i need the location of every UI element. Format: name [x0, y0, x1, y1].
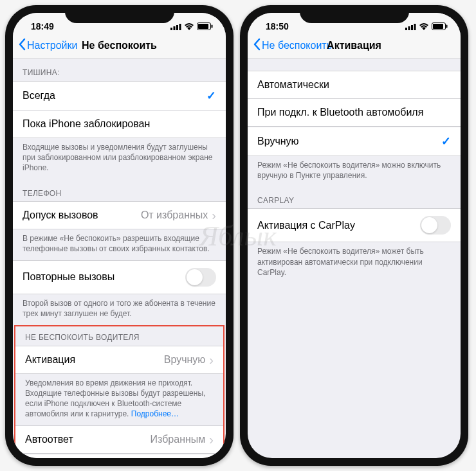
repeated-calls[interactable]: Повторные вызовы	[13, 260, 226, 294]
cell-value: Вручную	[164, 354, 206, 366]
cell-value: От избранных	[141, 209, 208, 221]
cell-label: Автоответ	[25, 434, 151, 445]
svg-rect-9	[411, 25, 413, 30]
section-footer: Входящие вызовы и уведомления будут загл…	[13, 138, 226, 180]
phone-right: 18:50 Не беспокоить Активация Автоматиче…	[240, 5, 468, 466]
carplay-activation[interactable]: Активация с CarPlay	[248, 208, 461, 242]
settings-content: ТИШИНА: Всегда ✓ Пока iPhone заблокирова…	[13, 59, 226, 458]
cell-label: Пока iPhone заблокирован	[23, 118, 216, 130]
more-link[interactable]: Подробнее…	[131, 409, 179, 418]
section-footer: Режим «Не беспокоить водителя» может быт…	[248, 242, 461, 284]
svg-rect-6	[212, 25, 213, 28]
chevron-left-icon	[18, 38, 26, 53]
cell-label: Допуск вызовов	[23, 209, 141, 221]
notch	[65, 5, 174, 23]
back-label: Настройки	[27, 40, 77, 51]
cell-label: Всегда	[23, 90, 206, 102]
cell-label: Активация	[25, 354, 164, 366]
carplay-switch[interactable]	[420, 216, 451, 235]
wifi-icon	[419, 23, 429, 30]
cellular-signal-icon	[405, 23, 416, 30]
highlighted-section: НЕ БЕСПОКОИТЬ ВОДИТЕЛЯ Активация Вручную…	[14, 325, 224, 458]
repeated-calls-switch[interactable]	[185, 268, 216, 287]
activate-row[interactable]: Активация Вручную ›	[15, 346, 223, 374]
chevron-right-icon: ›	[209, 433, 214, 446]
svg-rect-2	[176, 25, 178, 30]
battery-icon	[432, 22, 448, 30]
cell-label: Активация с CarPlay	[257, 220, 420, 231]
checkmark-icon: ✓	[206, 89, 216, 103]
option-locked[interactable]: Пока iPhone заблокирован	[13, 110, 226, 138]
nav-title: Не беспокоить	[82, 40, 157, 51]
cell-label: При подкл. к Bluetooth автомобиля	[257, 107, 451, 118]
section-footer: Уведомления во время движения не приходя…	[15, 374, 223, 426]
wifi-icon	[184, 23, 194, 30]
svg-rect-1	[174, 26, 176, 30]
allow-calls-from[interactable]: Допуск вызовов От избранных ›	[13, 201, 226, 229]
section-header-driving: НЕ БЕСПОКОИТЬ ВОДИТЕЛЯ	[15, 326, 223, 346]
back-button[interactable]: Не беспокоить	[253, 38, 332, 53]
status-time: 18:49	[31, 21, 54, 31]
section-header-phone: ТЕЛЕФОН	[13, 180, 226, 202]
notch	[300, 5, 409, 23]
cell-value: Избранным	[151, 434, 206, 445]
back-button[interactable]: Настройки	[18, 38, 77, 53]
svg-rect-13	[446, 25, 448, 28]
option-automatic[interactable]: Автоматически	[248, 71, 461, 99]
svg-rect-10	[414, 24, 416, 30]
chevron-left-icon	[253, 38, 261, 53]
chevron-right-icon: ›	[209, 353, 214, 366]
svg-rect-3	[179, 24, 181, 30]
autoreply-row[interactable]: Автоответ Я веду автомобиль с включенн… …	[15, 454, 223, 458]
svg-rect-7	[405, 28, 407, 30]
autoreply-to-row[interactable]: Автоответ Избранным ›	[15, 425, 223, 454]
svg-rect-5	[198, 24, 208, 29]
section-header-silence: ТИШИНА:	[13, 59, 226, 81]
option-always[interactable]: Всегда ✓	[13, 81, 226, 111]
section-footer: Режим «Не беспокоить водителя» можно вкл…	[248, 156, 461, 187]
option-manual[interactable]: Вручную ✓	[248, 127, 461, 156]
section-footer: Второй вызов от одного и того же абонент…	[13, 294, 226, 325]
status-time: 18:50	[266, 21, 289, 31]
cell-label: Повторные вызовы	[23, 271, 185, 283]
nav-bar: Не беспокоить Активация	[248, 32, 461, 59]
option-bluetooth[interactable]: При подкл. к Bluetooth автомобиля	[248, 98, 461, 127]
svg-rect-0	[170, 28, 172, 30]
back-label: Не беспокоить	[262, 40, 332, 51]
section-header-carplay: CARPLAY	[248, 187, 461, 209]
phone-left: 18:49 Настройки Не беспокоить ТИШИНА: Вс…	[5, 5, 233, 466]
chevron-right-icon: ›	[212, 209, 216, 222]
svg-rect-12	[433, 24, 443, 29]
cell-label: Автоматически	[257, 79, 451, 91]
section-footer: В режиме «Не беспокоить» разрешить входя…	[13, 229, 226, 260]
checkmark-icon: ✓	[441, 134, 451, 148]
nav-title: Активация	[327, 40, 381, 51]
cellular-signal-icon	[170, 23, 181, 30]
svg-rect-8	[408, 26, 410, 30]
battery-icon	[197, 22, 213, 30]
settings-content: Автоматически При подкл. к Bluetooth авт…	[248, 59, 461, 458]
nav-bar: Настройки Не беспокоить	[13, 32, 226, 59]
cell-label: Вручную	[257, 136, 441, 147]
